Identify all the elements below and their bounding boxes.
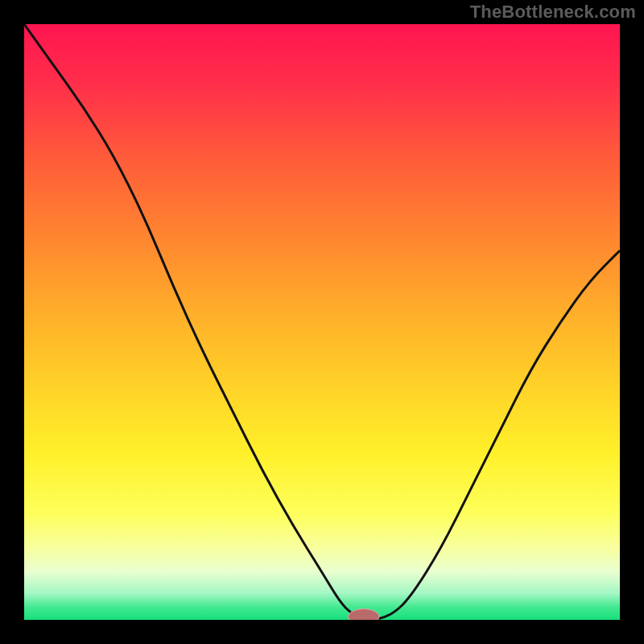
plot-area	[24, 24, 620, 620]
gradient-background	[24, 24, 620, 620]
watermark-text: TheBottleneck.com	[470, 2, 636, 23]
chart-frame: TheBottleneck.com	[0, 0, 644, 644]
bottleneck-plot-svg	[24, 24, 620, 620]
